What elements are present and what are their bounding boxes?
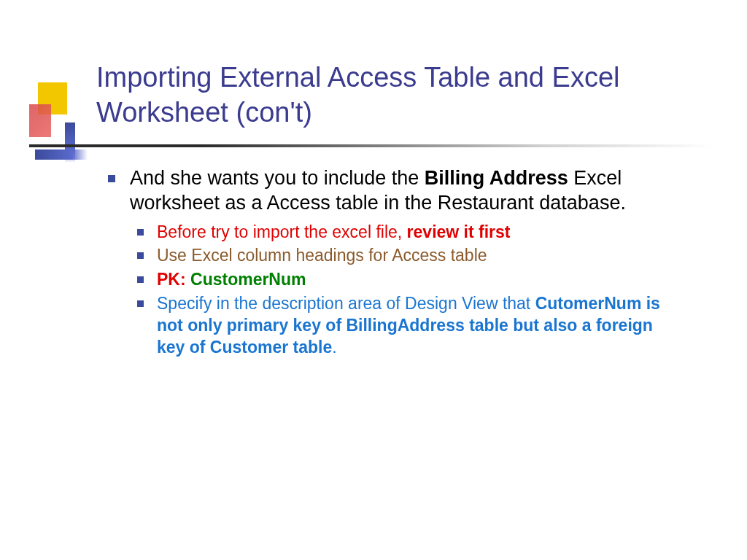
text-bold: review it first [407, 222, 511, 241]
text-span: And she wants you to include the [130, 167, 425, 189]
bullet-marker-icon [137, 276, 144, 283]
bullet-text: Use Excel column headings for Access tab… [157, 245, 487, 267]
bullet-level-2: PK: CustomerNum [137, 269, 684, 291]
bullet-level-2: Specify in the description area of Desig… [137, 293, 684, 359]
text-bold: Billing Address [425, 167, 568, 189]
bullet-text: And she wants you to include the Billing… [130, 166, 684, 216]
pk-value: CustomerNum [186, 270, 306, 289]
bullet-text: Before try to import the excel file, rev… [157, 222, 510, 244]
horizontal-rule [29, 144, 715, 147]
bullet-marker-icon [137, 300, 144, 307]
bullet-level-2: Before try to import the excel file, rev… [137, 222, 684, 244]
bullet-marker-icon [108, 175, 115, 182]
slide-title: Importing External Access Table and Exce… [96, 61, 694, 130]
text-span: Before try to import the excel file, [157, 222, 407, 241]
blue-horizontal-accent [35, 149, 88, 160]
bullet-level-2: Use Excel column headings for Access tab… [137, 245, 684, 267]
bullet-marker-icon [137, 252, 144, 259]
bullet-marker-icon [137, 229, 144, 236]
pk-label: PK: [157, 270, 186, 289]
bullet-level-1: And she wants you to include the Billing… [108, 166, 684, 216]
bullet-text: Specify in the description area of Desig… [157, 293, 684, 359]
text-span: . [332, 338, 336, 357]
sub-bullet-list: Before try to import the excel file, rev… [137, 222, 684, 359]
slide-decoration [29, 82, 88, 141]
red-accent [29, 104, 51, 137]
slide-content: And she wants you to include the Billing… [108, 166, 684, 361]
text-span: Specify in the description area of Desig… [157, 294, 535, 313]
bullet-text: PK: CustomerNum [157, 269, 306, 291]
